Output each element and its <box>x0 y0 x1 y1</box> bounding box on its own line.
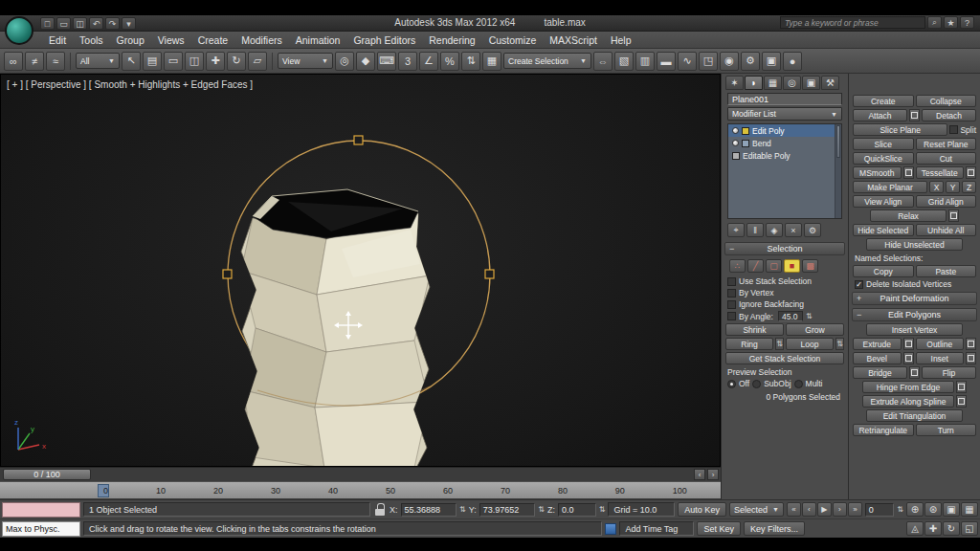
hierarchy-tab[interactable]: ▦ <box>764 76 782 90</box>
by-vertex-checkbox[interactable] <box>727 289 736 298</box>
viewport-label[interactable]: [ + ] [ Perspective ] [ Smooth + Highlig… <box>7 79 253 90</box>
modifier-list-dropdown[interactable]: Modifier List ▼ <box>727 107 842 121</box>
time-slider-next-icon[interactable]: › <box>707 469 719 480</box>
quickslice-button[interactable]: QuickSlice <box>853 152 914 165</box>
spinner-icon[interactable]: ⇅ <box>599 505 606 514</box>
paste-button[interactable]: Paste <box>916 265 977 277</box>
extrude-button[interactable]: Extrude <box>853 338 902 350</box>
graphite-ribbon-toggle-icon[interactable]: ▬ <box>657 52 676 71</box>
track-bar[interactable]: 0102030405060708090100 <box>0 481 721 499</box>
relax-settings-icon[interactable] <box>948 209 959 222</box>
3ds-max-logo[interactable] <box>5 16 33 45</box>
gizmo-handle-left[interactable] <box>223 270 232 278</box>
vase-object[interactable] <box>241 189 430 467</box>
extrude-settings-icon[interactable] <box>903 338 914 350</box>
curve-editor-icon[interactable]: ∿ <box>678 52 697 71</box>
time-tag-icon[interactable] <box>605 523 616 535</box>
grid-align-button[interactable]: Grid Align <box>916 195 977 208</box>
copy-button[interactable]: Copy <box>853 265 914 277</box>
selection-lock-toggle[interactable] <box>375 503 385 516</box>
loop-button[interactable]: Loop <box>786 338 834 350</box>
insert-vertex-button[interactable]: Insert Vertex <box>866 323 963 336</box>
favorites-icon[interactable]: ★ <box>944 16 958 29</box>
delete-isolated-vertices-checkbox[interactable]: ✓ <box>855 280 863 289</box>
add-time-tag-field[interactable]: Add Time Tag <box>619 521 694 536</box>
utilities-tab[interactable]: ⚒ <box>821 76 839 90</box>
view-align-button[interactable]: View Align <box>853 195 914 208</box>
ring-spinner-icon[interactable]: ⇅ <box>775 338 784 350</box>
preview-off-radio[interactable] <box>727 380 736 388</box>
zoom-extents-all-icon[interactable]: ▦ <box>961 502 978 517</box>
inset-button[interactable]: Inset <box>916 352 965 364</box>
zoom-icon[interactable]: ⊕ <box>906 502 924 517</box>
make-planar-y-button[interactable]: Y <box>946 181 960 193</box>
bevel-settings-icon[interactable] <box>903 352 914 364</box>
play-animation-button[interactable]: ▶ <box>817 502 832 517</box>
maxscript-mini-listener[interactable] <box>2 502 80 518</box>
by-angle-checkbox[interactable] <box>727 312 736 320</box>
unhide-all-button[interactable]: Unhide All <box>916 224 977 236</box>
search-input[interactable] <box>780 16 925 29</box>
vertex-subobject-icon[interactable]: ∴ <box>729 259 746 273</box>
keyboard-shortcut-override-icon[interactable]: ⌨ <box>377 52 396 71</box>
layer-manager-icon[interactable]: ▥ <box>635 52 655 71</box>
modifier-stack-item-editable-poly[interactable]: Editable Poly <box>728 149 841 162</box>
loop-spinner-icon[interactable]: ⇅ <box>835 338 844 350</box>
auto-key-button[interactable]: Auto Key <box>678 502 726 517</box>
edge-subobject-icon[interactable]: ╱ <box>747 259 764 273</box>
go-to-end-button[interactable]: » <box>848 502 862 517</box>
spinner-snap-icon[interactable]: ⇅ <box>461 52 480 71</box>
menu-item[interactable]: Graph Editors <box>346 33 422 48</box>
x-coordinate-field[interactable]: 55.36888 <box>401 503 457 517</box>
detach-button[interactable]: Detach <box>922 109 976 121</box>
edit-named-selection-sets-icon[interactable]: ▦ <box>482 52 501 71</box>
select-and-move-icon[interactable]: ✚ <box>206 52 225 71</box>
grow-button[interactable]: Grow <box>786 323 844 336</box>
search-icon[interactable]: ⌕ <box>927 16 942 29</box>
by-angle-value-field[interactable]: 45.0 <box>778 311 803 321</box>
select-by-name-icon[interactable]: ▤ <box>143 52 162 71</box>
menu-item[interactable]: Customize <box>482 33 544 48</box>
use-stack-selection-checkbox[interactable] <box>727 277 736 286</box>
select-and-manipulate-icon[interactable]: ◆ <box>356 52 375 71</box>
hide-selected-button[interactable]: Hide Selected <box>853 224 914 236</box>
angle-snap-icon[interactable]: ∠ <box>419 52 438 71</box>
border-subobject-icon[interactable]: ▢ <box>766 259 782 273</box>
extrude-along-spline-button[interactable]: Extrude Along Spline <box>862 395 954 408</box>
selection-filter-dropdown[interactable]: All▼ <box>76 53 120 69</box>
paint-deformation-rollout-header[interactable]: + Paint Deformation <box>852 292 977 305</box>
mirror-icon[interactable]: ⇔ <box>593 52 612 71</box>
material-editor-icon[interactable]: ◉ <box>720 52 739 71</box>
next-frame-button[interactable]: › <box>833 502 847 517</box>
modify-tab[interactable]: ◗ <box>745 76 763 90</box>
select-and-rotate-icon[interactable]: ↻ <box>227 52 246 71</box>
menu-item[interactable]: Rendering <box>422 33 481 48</box>
rectangular-selection-region-icon[interactable]: ▭ <box>164 52 183 71</box>
reset-plane-button[interactable]: Reset Plane <box>916 138 977 150</box>
get-stack-selection-button[interactable]: Get Stack Selection <box>725 352 844 364</box>
bridge-settings-icon[interactable] <box>909 366 920 379</box>
modifier-stack-item-bend[interactable]: Bend <box>728 137 841 149</box>
schematic-view-icon[interactable]: ◳ <box>699 52 718 71</box>
previous-frame-button[interactable]: ‹ <box>802 502 816 517</box>
time-slider-handle[interactable]: 0 / 100 <box>3 469 91 480</box>
element-subobject-icon[interactable]: ▩ <box>802 259 818 273</box>
cut-button[interactable]: Cut <box>916 152 977 165</box>
snaps-toggle-icon[interactable]: 3 <box>398 52 417 71</box>
menu-item[interactable]: MAXScript <box>543 33 604 48</box>
unlink-selection-icon[interactable]: ≠ <box>25 52 44 71</box>
menu-item[interactable]: Edit <box>42 33 73 48</box>
object-name-field[interactable]: Plane001 <box>727 93 842 105</box>
make-planar-z-button[interactable]: Z <box>962 181 976 193</box>
key-filters-button[interactable]: Key Filters... <box>744 521 805 536</box>
configure-modifier-sets-icon[interactable]: ⚙ <box>804 223 821 237</box>
current-frame-field[interactable]: 0 <box>865 503 894 517</box>
relax-button[interactable]: Relax <box>870 209 947 222</box>
named-selection-sets-dropdown[interactable]: Create Selection▼ <box>503 53 591 69</box>
menu-item[interactable]: Help <box>604 33 638 48</box>
pin-stack-icon[interactable]: ⌖ <box>727 223 745 237</box>
collapse-button[interactable]: Collapse <box>916 95 977 107</box>
flip-button[interactable]: Flip <box>922 366 976 379</box>
remove-modifier-icon[interactable]: × <box>785 223 802 237</box>
zoom-all-icon[interactable]: ⊛ <box>924 502 942 517</box>
